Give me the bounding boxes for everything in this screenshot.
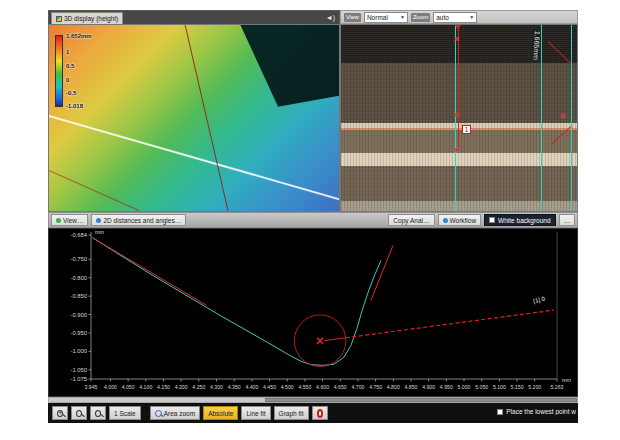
svg-text:4.450: 4.450	[263, 384, 276, 390]
zoom-dropdown[interactable]: auto▼	[433, 12, 477, 23]
white-background-toggle[interactable]: White background	[484, 214, 555, 226]
zoom-in-button[interactable]: +	[52, 406, 68, 420]
svg-text:4.050: 4.050	[122, 384, 135, 390]
svg-text:4.300: 4.300	[210, 384, 223, 390]
measure-x-marker[interactable]: ×	[454, 112, 459, 118]
svg-text:4.700: 4.700	[351, 384, 364, 390]
svg-text:-0.800: -0.800	[71, 275, 87, 281]
profile-section-line	[48, 111, 340, 202]
record-icon	[317, 409, 323, 418]
profile-toolbar: View… 2D distances and angles… Copy Anal…	[48, 212, 578, 228]
zoom-region-button[interactable]	[90, 406, 106, 420]
svg-text:5.150: 5.150	[511, 384, 524, 390]
app-window: 3D display (height) ◄) 1.652mm 1 0.5 0 -…	[0, 0, 620, 440]
svg-text:5.050: 5.050	[475, 384, 488, 390]
svg-text:4.350: 4.350	[228, 384, 241, 390]
svg-text:4.250: 4.250	[192, 384, 205, 390]
area-zoom-icon	[155, 410, 162, 417]
profile-chart-panel: -0.684-0.750-0.800-0.850-0.900-0.950-1.0…	[48, 228, 578, 397]
svg-text:4.950: 4.950	[440, 384, 453, 390]
zoom-label: Zoom	[411, 13, 430, 22]
scale-max-label: 1.652mm	[66, 33, 92, 39]
3d-view-tabbar: 3D display (height) ◄)	[48, 10, 340, 24]
hint-checkbox[interactable]	[497, 409, 503, 415]
svg-text:4.150: 4.150	[157, 384, 170, 390]
profile-study-icon	[96, 218, 101, 223]
zoom-region-icon	[95, 410, 101, 417]
scale-tick: 1	[66, 49, 69, 55]
section-cut-line-2	[49, 170, 139, 211]
scale-button[interactable]: 1 Scale	[109, 406, 141, 420]
3d-background-region	[49, 25, 339, 211]
zoom-out-button[interactable]	[71, 406, 87, 420]
svg-text:5.200: 5.200	[528, 384, 541, 390]
profile-chart: -0.684-0.750-0.800-0.850-0.900-0.950-1.0…	[49, 229, 578, 397]
record-button[interactable]	[312, 406, 328, 420]
guide-line-cyan	[571, 25, 572, 211]
absolute-button[interactable]: Absolute	[203, 406, 238, 420]
tab-3d-display[interactable]: 3D display (height)	[51, 12, 123, 24]
image-view-toolbar: View Normal▼ Zoom auto▼	[340, 10, 578, 24]
cross-section-image[interactable]: × × × 1 1.665mm ×	[340, 24, 578, 212]
profile-bottom-bar: + 1 Scale Area zoom Absolute Line fit Gr…	[48, 403, 578, 423]
tab-3d-display-label: 3D display (height)	[64, 15, 118, 22]
zoom-out-icon	[76, 410, 82, 417]
svg-text:4.850: 4.850	[404, 384, 417, 390]
svg-text:4.800: 4.800	[387, 384, 400, 390]
svg-text:5.100: 5.100	[493, 384, 506, 390]
view-mode-label: View	[344, 13, 361, 22]
svg-text:-0.684: -0.684	[71, 232, 88, 238]
3d-height-view[interactable]: 1.652mm 1 0.5 0 -0.5 -1.018	[48, 24, 340, 212]
height-color-scale	[55, 35, 63, 107]
measure-x-marker[interactable]: ×	[454, 36, 459, 42]
scale-tick: 0	[66, 77, 69, 83]
svg-text:4.550: 4.550	[298, 384, 311, 390]
tab-2d-distances[interactable]: 2D distances and angles…	[91, 214, 186, 226]
chart-scrollbar-thumb[interactable]	[265, 398, 577, 402]
svg-text:-0.750: -0.750	[71, 256, 87, 262]
svg-text:4.100: 4.100	[139, 384, 152, 390]
chevron-down-icon: ▼	[400, 13, 405, 22]
svg-text:4.900: 4.900	[422, 384, 435, 390]
svg-text:-0.950: -0.950	[71, 330, 87, 336]
view-mode-dropdown[interactable]: Normal▼	[364, 12, 408, 23]
svg-text:4.750: 4.750	[369, 384, 382, 390]
svg-text:-1.050: -1.050	[71, 367, 87, 373]
svg-text:-0.900: -0.900	[71, 312, 87, 318]
section-cut-line	[183, 24, 229, 212]
view-icon	[56, 218, 61, 223]
measurement-line[interactable]	[458, 29, 459, 151]
speaker-icon[interactable]: ◄)	[326, 12, 335, 24]
line-fit-button[interactable]: Line fit	[241, 406, 270, 420]
measure-x-marker[interactable]: ×	[454, 147, 459, 153]
zoom-in-icon: +	[57, 410, 63, 417]
workflow-button[interactable]: Workflow	[438, 214, 482, 226]
guide-line-cyan	[541, 25, 542, 211]
measure-x-marker[interactable]: ×	[560, 113, 565, 119]
svg-text:4.200: 4.200	[175, 384, 188, 390]
svg-text:4.400: 4.400	[245, 384, 258, 390]
scale-tick: -0.5	[66, 90, 76, 96]
chevron-down-icon: ▼	[469, 13, 474, 22]
scale-tick: 0.5	[66, 63, 74, 69]
svg-text:[1] 0: [1] 0	[533, 295, 546, 304]
measurement-id-badge: 1	[462, 125, 471, 134]
svg-text:4.000: 4.000	[104, 384, 117, 390]
more-options-button[interactable]: …	[559, 214, 576, 226]
placement-hint: Place the lowest point w	[497, 408, 576, 415]
workflow-icon	[443, 218, 448, 223]
measurement-arrow-icon	[455, 25, 461, 30]
3d-view-icon	[56, 16, 62, 22]
copy-analysis-button[interactable]: Copy Anal…	[388, 214, 434, 226]
svg-text:3.945: 3.945	[85, 384, 98, 390]
graph-fit-button[interactable]: Graph fit	[274, 406, 309, 420]
svg-text:4.650: 4.650	[334, 384, 347, 390]
svg-text:5.000: 5.000	[458, 384, 471, 390]
tab-view[interactable]: View…	[51, 214, 88, 226]
area-zoom-button[interactable]: Area zoom	[150, 406, 200, 420]
white-background-checkbox[interactable]	[489, 217, 495, 223]
svg-text:-1.000: -1.000	[71, 348, 87, 354]
svg-text:-0.850: -0.850	[71, 293, 87, 299]
svg-text:-1.075: -1.075	[71, 376, 87, 382]
svg-text:4.500: 4.500	[281, 384, 294, 390]
